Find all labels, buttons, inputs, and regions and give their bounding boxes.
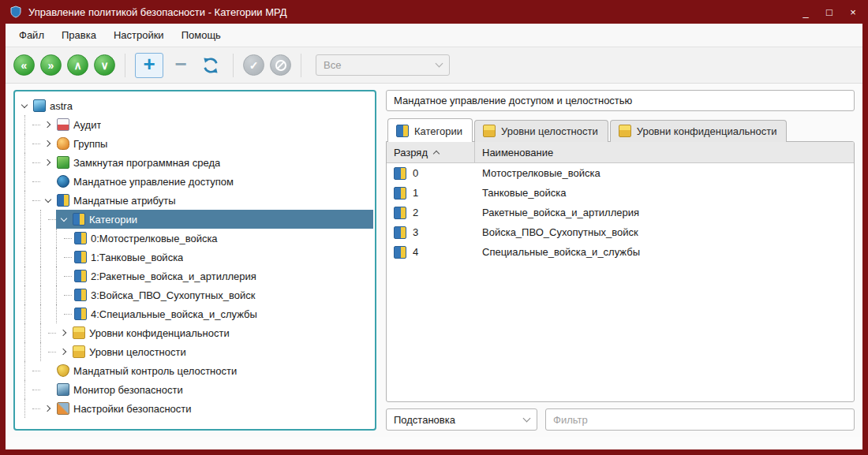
add-button[interactable]: + <box>135 53 163 78</box>
cancel-button[interactable] <box>270 54 291 76</box>
tree-item-label: Уровни целостности <box>89 346 186 358</box>
menu-help[interactable]: Помощь <box>173 25 230 45</box>
tree-guide <box>48 229 64 248</box>
tree-item-label: Замкнутая программная среда <box>73 157 220 169</box>
tree-item-category-4[interactable]: 4:Специальные_войска_и_службы <box>17 304 373 323</box>
tree-guide <box>32 323 48 342</box>
prohibition-icon <box>275 60 286 71</box>
refresh-button[interactable] <box>198 53 223 78</box>
expander-icon[interactable] <box>58 328 69 338</box>
chevron-down-icon: ∨ <box>100 60 108 71</box>
expander-icon[interactable] <box>58 347 69 357</box>
substitution-mode-select[interactable]: Подстановка <box>386 408 537 431</box>
section-title-field[interactable] <box>386 90 855 111</box>
table-row[interactable]: 0 Мотострелковые_войска <box>387 163 854 183</box>
menu-settings[interactable]: Настройки <box>105 25 173 45</box>
tree-item-mandatory-attributes[interactable]: Мандатные атрибуты <box>17 191 373 210</box>
tree-guide <box>64 314 72 315</box>
tree-item-category-1[interactable]: 1:Танковые_войска <box>17 248 373 267</box>
filter-input[interactable] <box>545 408 855 431</box>
tree-guide <box>17 210 32 229</box>
category-icon <box>396 125 409 137</box>
tree-guide <box>32 181 40 182</box>
chevron-down-icon <box>436 60 443 68</box>
tree-item-label: Группы <box>73 138 107 150</box>
tab-label: Уровни целостности <box>501 125 598 137</box>
nav-down-button[interactable]: ∨ <box>94 54 115 76</box>
tree-item-integrity-control[interactable]: Мандатный контроль целостности <box>17 361 373 380</box>
tab-categories[interactable]: Категории <box>387 118 473 142</box>
menu-edit[interactable]: Правка <box>53 25 105 45</box>
confidentiality-levels-icon <box>619 125 631 137</box>
tree-item-label: Мандатное управление доступом <box>73 176 234 188</box>
tree-item-audit[interactable]: Аудит <box>17 115 373 134</box>
integrity-levels-icon <box>73 345 85 358</box>
tree-guide <box>17 248 32 267</box>
tree-item-mandatory-access[interactable]: Мандатное управление доступом <box>17 172 373 191</box>
tree-guide <box>17 361 32 380</box>
plus-icon: + <box>143 52 155 76</box>
tree-guide <box>32 371 40 371</box>
expander-icon[interactable] <box>43 196 53 206</box>
expander-icon[interactable] <box>43 404 53 414</box>
category-icon <box>394 246 406 259</box>
tree-guide <box>17 191 32 210</box>
maximize-button[interactable]: □ <box>824 7 835 17</box>
tree-item-label: Аудит <box>73 119 101 131</box>
close-button[interactable]: × <box>847 7 859 17</box>
window-body: Файл Правка Настройки Помощь « » ∧ ∨ + − <box>6 24 862 449</box>
tab-confidentiality-levels[interactable]: Уровни конфиденциальности <box>610 120 788 142</box>
tree-guide <box>32 125 40 125</box>
tree-guide <box>17 134 32 153</box>
expander-icon[interactable] <box>19 101 29 111</box>
expander-icon[interactable] <box>43 158 53 168</box>
minimize-button[interactable]: _ <box>800 7 811 17</box>
remove-button[interactable]: − <box>169 53 193 78</box>
cell-name: Мотострелковые_войска <box>475 167 854 179</box>
toolbar-separator <box>125 54 125 77</box>
apply-button[interactable]: ✓ <box>243 54 264 76</box>
nav-up-button[interactable]: ∧ <box>67 54 88 76</box>
tab-integrity-levels[interactable]: Уровни целостности <box>474 120 608 142</box>
column-header-name[interactable]: Наименование <box>475 147 854 159</box>
tree-item-category-3[interactable]: 3:Войска_ПВО_Сухопутных_войск <box>17 285 373 304</box>
refresh-icon <box>201 56 220 75</box>
expander-icon[interactable] <box>43 120 53 130</box>
cell-razryad: 0 <box>413 167 418 179</box>
tree-guide <box>32 248 48 267</box>
column-header-razryad[interactable]: Разряд <box>387 142 475 162</box>
chevron-down-icon <box>523 414 531 422</box>
security-monitor-icon <box>57 383 69 396</box>
tree-item-category-0[interactable]: 0:Мотострелковые_войска <box>17 229 373 248</box>
menu-file[interactable]: Файл <box>10 25 53 45</box>
tree-item-security-settings[interactable]: Настройки безопасности <box>17 399 373 418</box>
tree-item-integrity-levels[interactable]: Уровни целостности <box>17 342 373 361</box>
tree-item-category-2[interactable]: 2:Ракетные_войска_и_артиллерия <box>17 267 373 285</box>
tree-item-security-monitor[interactable]: Монитор безопасности <box>17 380 373 399</box>
table-row[interactable]: 2 Ракетные_войска_и_артиллерия <box>387 203 854 222</box>
scope-filter-select[interactable]: Все <box>316 54 450 76</box>
tree-item-groups[interactable]: Группы <box>17 134 373 153</box>
expander-icon[interactable] <box>58 214 69 225</box>
tree-item-closed-environment[interactable]: Замкнутая программная среда <box>17 153 373 172</box>
toolbar-separator <box>233 54 234 77</box>
tree-guide <box>48 352 56 352</box>
nav-first-button[interactable]: « <box>13 54 35 76</box>
expander-spacer <box>43 177 53 187</box>
window-title: Управление политикой безопасности - Кате… <box>28 6 287 18</box>
tree-guide <box>64 295 72 296</box>
tree-guide <box>48 219 56 220</box>
cell-razryad: 3 <box>413 226 418 238</box>
expander-icon[interactable] <box>43 139 53 149</box>
titlebar[interactable]: Управление политикой безопасности - Кате… <box>0 0 868 24</box>
table-row[interactable]: 3 Войска_ПВО_Сухопутных_войск <box>387 222 854 242</box>
tree-item-astra[interactable]: astra <box>17 96 373 115</box>
tree-item-confidentiality-levels[interactable]: Уровни конфиденциальности <box>17 323 373 342</box>
tree-item-categories[interactable]: Категории <box>17 210 373 229</box>
table-row[interactable]: 4 Специальные_войска_и_службы <box>387 242 854 262</box>
nav-last-button[interactable]: » <box>40 54 62 76</box>
tree-item-label: Категории <box>89 214 137 226</box>
mandatory-attributes-icon <box>57 194 69 207</box>
table-row[interactable]: 1 Танковые_войска <box>387 183 854 203</box>
tree-guide <box>17 115 32 134</box>
